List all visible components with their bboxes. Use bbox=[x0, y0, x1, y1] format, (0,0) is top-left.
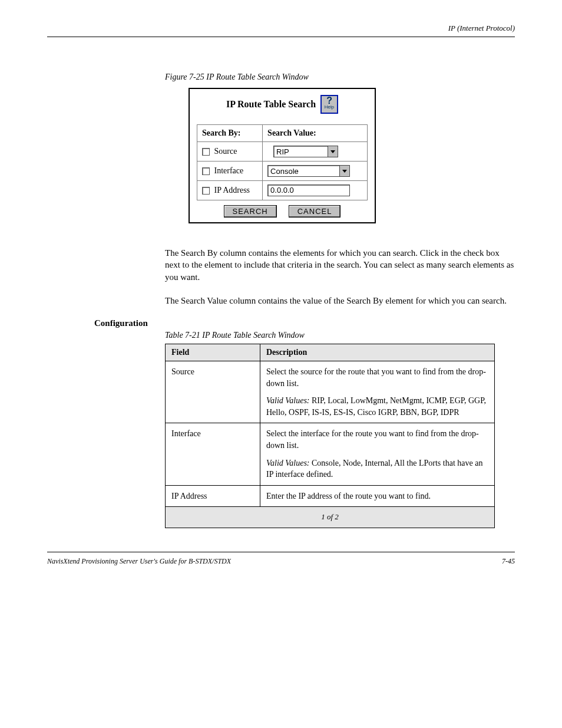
dialog-title: IP Route Table Search bbox=[226, 99, 316, 110]
footer-right: 7-45 bbox=[502, 557, 515, 566]
select-interface[interactable]: Console bbox=[267, 165, 350, 177]
paragraph-1: The Search By column contains the elemen… bbox=[165, 247, 515, 283]
label-source: Source bbox=[214, 147, 237, 156]
search-grid: Search By: Search Value: Source RIP bbox=[197, 124, 368, 200]
footer-left: NavisXtend Provisioning Server User's Gu… bbox=[47, 557, 231, 566]
label-interface: Interface bbox=[214, 166, 244, 175]
ref-cell-field: Interface bbox=[166, 423, 260, 485]
ref-cell-desc: Select the source for the route that you… bbox=[260, 361, 495, 423]
footer-rule bbox=[47, 552, 515, 552]
checkbox-interface[interactable] bbox=[202, 167, 210, 175]
select-source-value: RIP bbox=[276, 147, 289, 156]
ref-row-ip: IP Address Enter the IP address of the r… bbox=[166, 485, 495, 507]
header-rule bbox=[47, 37, 515, 37]
input-ip-value: 0.0.0.0 bbox=[270, 186, 294, 195]
search-button[interactable]: SEARCH bbox=[224, 205, 277, 218]
checkbox-ip[interactable] bbox=[202, 187, 210, 195]
ref-th-field: Field bbox=[166, 344, 260, 361]
ref-table-title: Table 7-21 IP Route Table Search Window bbox=[165, 331, 515, 340]
help-icon: ? bbox=[326, 97, 332, 105]
section-label: Configuration bbox=[94, 318, 515, 328]
select-source[interactable]: RIP bbox=[273, 146, 338, 157]
row-source: Source RIP bbox=[197, 142, 368, 162]
chevron-down-icon bbox=[339, 166, 349, 176]
ref-cell-desc: Select the interface for the route you w… bbox=[260, 423, 495, 485]
col-search-by: Search By: bbox=[197, 125, 263, 142]
ref-cell-desc: Enter the IP address of the route you wa… bbox=[260, 485, 495, 507]
select-interface-value: Console bbox=[270, 167, 299, 176]
input-ip[interactable]: 0.0.0.0 bbox=[267, 185, 350, 196]
paragraph-2: The Search Value column contains the val… bbox=[165, 295, 515, 307]
ref-row-source: Source Select the source for the route t… bbox=[166, 361, 495, 423]
ref-table: Field Description Source Select the sour… bbox=[165, 344, 495, 528]
ref-continued: 1 of 2 bbox=[166, 507, 495, 528]
label-ip: IP Address bbox=[214, 186, 250, 195]
cancel-button[interactable]: CANCEL bbox=[289, 205, 341, 218]
col-search-value: Search Value: bbox=[263, 125, 368, 142]
chevron-down-icon bbox=[328, 146, 338, 157]
row-ip: IP Address 0.0.0.0 bbox=[197, 181, 368, 200]
help-button[interactable]: ? Help bbox=[320, 95, 338, 114]
checkbox-source[interactable] bbox=[202, 148, 210, 156]
row-interface: Interface Console bbox=[197, 162, 368, 181]
ref-cell-field: IP Address bbox=[166, 485, 260, 507]
ref-th-desc: Description bbox=[260, 344, 495, 361]
ref-cell-field: Source bbox=[166, 361, 260, 423]
page-header-right: IP (Internet Protocol) bbox=[47, 24, 515, 33]
help-label: Help bbox=[325, 105, 334, 110]
ref-row-interface: Interface Select the interface for the r… bbox=[166, 423, 495, 485]
search-dialog: IP Route Table Search ? Help Search By: … bbox=[189, 88, 376, 223]
ref-row-continued: 1 of 2 bbox=[166, 507, 495, 528]
figure-caption: Figure 7-25 IP Route Table Search Window bbox=[165, 73, 515, 82]
